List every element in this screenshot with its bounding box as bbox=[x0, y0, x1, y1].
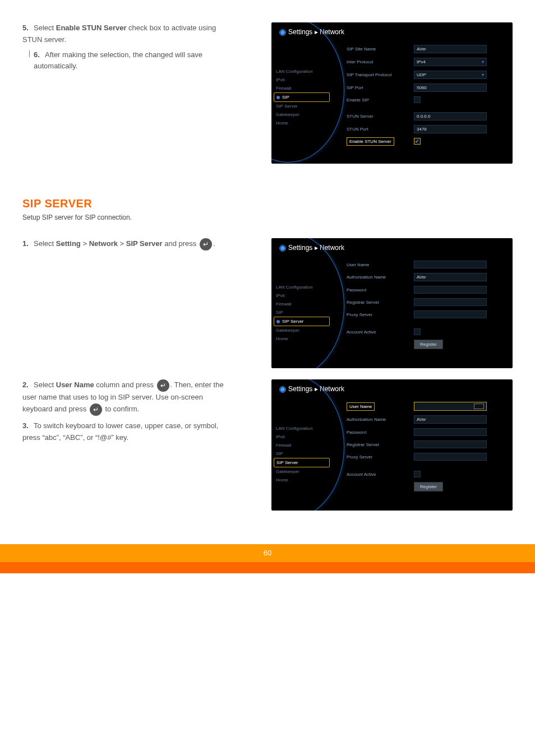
page-footer: 60 bbox=[0, 544, 535, 573]
proxy-server-field[interactable] bbox=[414, 310, 487, 318]
password-field[interactable] bbox=[414, 428, 487, 436]
auth-name-field[interactable]: AVer bbox=[414, 273, 487, 281]
user-name-field[interactable] bbox=[414, 402, 487, 411]
account-active-checkbox[interactable] bbox=[414, 471, 421, 477]
stun-server-field[interactable]: 0.0.0.0 bbox=[414, 112, 487, 120]
instruction-step-5: 5.Select Enable STUN Server check box to… bbox=[22, 22, 236, 76]
registrar-server-field[interactable] bbox=[414, 440, 487, 448]
sip-transport-select[interactable]: UDP▾ bbox=[414, 71, 487, 79]
screenshot-sidebar: LAN Configuration IPv6 Firewall SIP SIP … bbox=[274, 283, 330, 343]
enable-sip-checkbox[interactable] bbox=[414, 96, 421, 103]
account-active-checkbox[interactable] bbox=[414, 328, 421, 335]
stun-port-field[interactable]: 3478 bbox=[414, 125, 487, 133]
enter-icon: ↵ bbox=[200, 238, 212, 251]
screenshot-user-name: Settings ▸ Network LAN Configuration IPv… bbox=[271, 379, 513, 511]
sip-port-field[interactable]: 5060 bbox=[414, 84, 487, 92]
screenshot-sip-server-nav: Settings ▸ Network LAN Configuration IPv… bbox=[271, 238, 513, 368]
register-button[interactable]: Register bbox=[414, 482, 443, 491]
sidebar-item-sip-server[interactable]: SIP Server bbox=[274, 458, 330, 467]
instruction-step-2: 2.Select User Name column and press ↵. T… bbox=[22, 379, 224, 447]
page-number: 60 bbox=[264, 549, 271, 557]
sip-site-name-field[interactable]: AVer bbox=[414, 45, 487, 53]
inter-protocol-select[interactable]: IPv4▾ bbox=[414, 58, 487, 66]
enable-stun-checkbox[interactable] bbox=[414, 138, 421, 145]
screenshot-sip-stun: Settings ▸ Network LAN Configuration IPv… bbox=[271, 22, 513, 164]
enter-icon: ↵ bbox=[90, 403, 102, 416]
user-name-field[interactable] bbox=[414, 261, 487, 268]
chevron-down-icon: ▾ bbox=[482, 72, 484, 77]
sidebar-item-sip[interactable]: SIP bbox=[274, 92, 330, 102]
instruction-step-1: 1.Select Setting > Network > SIP Server … bbox=[22, 238, 224, 254]
chevron-down-icon: ▾ bbox=[482, 59, 484, 64]
section-heading-sip-server: SIP SERVER bbox=[22, 197, 513, 210]
auth-name-field[interactable]: AVer bbox=[414, 415, 487, 424]
enter-icon: ↵ bbox=[157, 379, 169, 392]
sidebar-item-sip-server[interactable]: SIP Server bbox=[274, 317, 330, 326]
screenshot-sidebar: LAN Configuration IPv6 Firewall SIP SIP … bbox=[274, 424, 330, 484]
registrar-server-field[interactable] bbox=[414, 298, 487, 306]
screenshot-sidebar: LAN Configuration IPv6 Firewall SIP SIP … bbox=[274, 67, 330, 127]
section-subtitle: Setup SIP server for SIP connection. bbox=[22, 214, 513, 221]
password-field[interactable] bbox=[414, 286, 487, 294]
proxy-server-field[interactable] bbox=[414, 453, 487, 461]
register-button[interactable]: Register bbox=[414, 340, 443, 349]
keyboard-icon bbox=[474, 403, 484, 409]
